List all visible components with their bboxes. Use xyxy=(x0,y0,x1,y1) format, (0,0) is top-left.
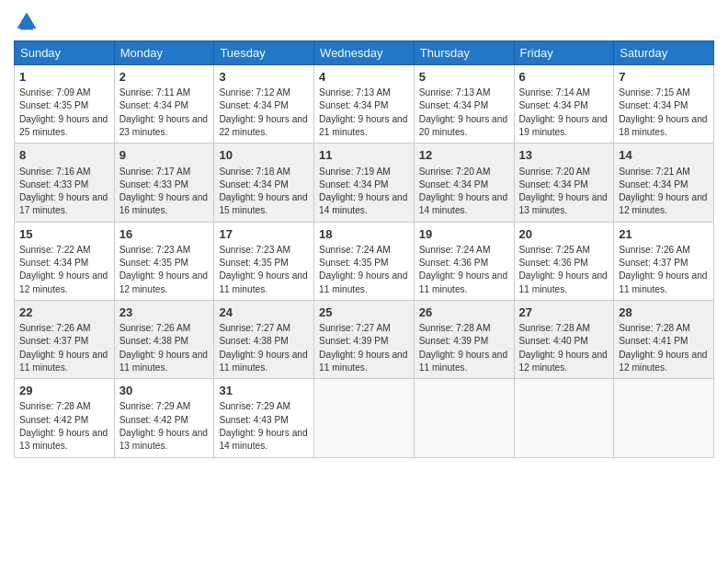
sunrise-label: Sunrise: 7:23 AM xyxy=(119,245,191,255)
empty-cell xyxy=(314,379,415,457)
sunset-label: Sunset: 4:37 PM xyxy=(19,336,88,346)
day-number: 31 xyxy=(219,383,309,399)
sunset-label: Sunset: 4:34 PM xyxy=(619,179,688,190)
sunrise-label: Sunrise: 7:29 AM xyxy=(119,401,191,411)
day-cell-27: 27 Sunrise: 7:28 AM Sunset: 4:40 PM Dayl… xyxy=(514,300,614,378)
col-header-thursday: Thursday xyxy=(414,41,514,65)
sunrise-label: Sunrise: 7:13 AM xyxy=(419,87,491,98)
sunset-label: Sunset: 4:43 PM xyxy=(219,415,288,425)
sunrise-label: Sunrise: 7:25 AM xyxy=(519,245,591,255)
daylight-label: Daylight: 9 hours and 11 minutes. xyxy=(519,270,608,293)
day-cell-17: 17 Sunrise: 7:23 AM Sunset: 4:35 PM Dayl… xyxy=(214,222,314,300)
day-cell-28: 28 Sunrise: 7:28 AM Sunset: 4:41 PM Dayl… xyxy=(614,300,714,378)
day-cell-19: 19 Sunrise: 7:24 AM Sunset: 4:36 PM Dayl… xyxy=(414,222,514,300)
sunrise-label: Sunrise: 7:22 AM xyxy=(19,245,91,255)
sunrise-label: Sunrise: 7:29 AM xyxy=(219,401,290,411)
day-cell-26: 26 Sunrise: 7:28 AM Sunset: 4:39 PM Dayl… xyxy=(414,300,514,378)
daylight-label: Daylight: 9 hours and 12 minutes. xyxy=(619,192,707,215)
svg-rect-1 xyxy=(20,28,33,30)
week-row-3: 15 Sunrise: 7:22 AM Sunset: 4:34 PM Dayl… xyxy=(15,222,714,300)
svg-marker-0 xyxy=(17,13,37,29)
day-cell-15: 15 Sunrise: 7:22 AM Sunset: 4:34 PM Dayl… xyxy=(15,222,115,300)
sunset-label: Sunset: 4:34 PM xyxy=(219,100,288,110)
sunrise-label: Sunrise: 7:11 AM xyxy=(119,87,191,98)
day-number: 28 xyxy=(619,304,709,321)
day-number: 6 xyxy=(519,69,609,86)
col-header-friday: Friday xyxy=(514,41,614,65)
sunset-label: Sunset: 4:34 PM xyxy=(519,100,588,110)
sunrise-label: Sunrise: 7:26 AM xyxy=(619,245,690,255)
daylight-label: Daylight: 9 hours and 13 minutes. xyxy=(519,192,608,215)
sunset-label: Sunset: 4:35 PM xyxy=(319,258,388,268)
sunset-label: Sunset: 4:42 PM xyxy=(19,415,88,425)
sunrise-label: Sunrise: 7:19 AM xyxy=(319,167,391,177)
sunset-label: Sunset: 4:37 PM xyxy=(619,258,688,268)
day-cell-7: 7 Sunrise: 7:15 AM Sunset: 4:34 PM Dayli… xyxy=(614,65,714,144)
sunset-label: Sunset: 4:34 PM xyxy=(219,179,288,190)
sunset-label: Sunset: 4:39 PM xyxy=(419,336,488,346)
sunset-label: Sunset: 4:40 PM xyxy=(519,336,588,346)
daylight-label: Daylight: 9 hours and 14 minutes. xyxy=(319,192,407,215)
daylight-label: Daylight: 9 hours and 16 minutes. xyxy=(119,192,208,215)
sunrise-label: Sunrise: 7:28 AM xyxy=(519,323,591,333)
sunrise-label: Sunrise: 7:28 AM xyxy=(419,323,491,333)
day-number: 4 xyxy=(319,69,409,86)
col-header-sunday: Sunday xyxy=(15,41,115,65)
day-cell-14: 14 Sunrise: 7:21 AM Sunset: 4:34 PM Dayl… xyxy=(614,144,714,222)
day-number: 20 xyxy=(519,226,609,243)
daylight-label: Daylight: 9 hours and 11 minutes. xyxy=(619,270,707,293)
sunrise-label: Sunrise: 7:23 AM xyxy=(219,245,290,255)
day-number: 3 xyxy=(219,69,309,86)
sunset-label: Sunset: 4:34 PM xyxy=(119,100,188,110)
sunset-label: Sunset: 4:35 PM xyxy=(19,100,88,110)
day-cell-1: 1 Sunrise: 7:09 AM Sunset: 4:35 PM Dayli… xyxy=(15,65,115,144)
day-number: 11 xyxy=(319,147,409,164)
sunrise-label: Sunrise: 7:24 AM xyxy=(319,245,391,255)
sunrise-label: Sunrise: 7:09 AM xyxy=(19,87,91,98)
day-number: 2 xyxy=(119,69,210,86)
sunrise-label: Sunrise: 7:26 AM xyxy=(19,323,91,333)
day-number: 21 xyxy=(619,226,709,243)
day-cell-8: 8 Sunrise: 7:16 AM Sunset: 4:33 PM Dayli… xyxy=(15,144,115,222)
day-number: 10 xyxy=(219,147,309,164)
day-cell-5: 5 Sunrise: 7:13 AM Sunset: 4:34 PM Dayli… xyxy=(414,65,514,144)
header-row: SundayMondayTuesdayWednesdayThursdayFrid… xyxy=(15,41,714,65)
col-header-saturday: Saturday xyxy=(614,41,714,65)
sunset-label: Sunset: 4:34 PM xyxy=(319,179,388,190)
day-number: 13 xyxy=(519,147,609,164)
sunset-label: Sunset: 4:38 PM xyxy=(219,336,288,346)
sunset-label: Sunset: 4:36 PM xyxy=(419,258,488,268)
daylight-label: Daylight: 9 hours and 11 minutes. xyxy=(219,350,307,373)
daylight-label: Daylight: 9 hours and 13 minutes. xyxy=(19,428,108,451)
sunset-label: Sunset: 4:34 PM xyxy=(519,179,588,190)
day-number: 17 xyxy=(219,226,309,243)
col-header-wednesday: Wednesday xyxy=(314,41,415,65)
sunset-label: Sunset: 4:36 PM xyxy=(519,258,588,268)
day-number: 24 xyxy=(219,304,309,321)
daylight-label: Daylight: 9 hours and 15 minutes. xyxy=(219,192,307,215)
empty-cell xyxy=(614,379,714,457)
sunrise-label: Sunrise: 7:26 AM xyxy=(119,323,191,333)
daylight-label: Daylight: 9 hours and 13 minutes. xyxy=(119,428,208,451)
sunrise-label: Sunrise: 7:28 AM xyxy=(19,401,91,411)
daylight-label: Daylight: 9 hours and 11 minutes. xyxy=(319,350,407,373)
sunset-label: Sunset: 4:33 PM xyxy=(119,179,188,190)
daylight-label: Daylight: 9 hours and 12 minutes. xyxy=(619,350,707,373)
logo-icon xyxy=(14,9,40,35)
week-row-5: 29 Sunrise: 7:28 AM Sunset: 4:42 PM Dayl… xyxy=(15,379,714,457)
day-number: 29 xyxy=(19,383,109,399)
day-cell-22: 22 Sunrise: 7:26 AM Sunset: 4:37 PM Dayl… xyxy=(15,300,115,378)
sunrise-label: Sunrise: 7:16 AM xyxy=(19,167,91,177)
daylight-label: Daylight: 9 hours and 14 minutes. xyxy=(219,428,307,451)
sunset-label: Sunset: 4:34 PM xyxy=(419,100,488,110)
daylight-label: Daylight: 9 hours and 11 minutes. xyxy=(419,350,507,373)
sunrise-label: Sunrise: 7:28 AM xyxy=(619,323,690,333)
daylight-label: Daylight: 9 hours and 12 minutes. xyxy=(519,350,608,373)
logo xyxy=(14,9,43,35)
day-cell-12: 12 Sunrise: 7:20 AM Sunset: 4:34 PM Dayl… xyxy=(414,144,514,222)
sunset-label: Sunset: 4:42 PM xyxy=(119,415,188,425)
sunrise-label: Sunrise: 7:27 AM xyxy=(319,323,391,333)
sunset-label: Sunset: 4:34 PM xyxy=(19,258,88,268)
sunrise-label: Sunrise: 7:27 AM xyxy=(219,323,290,333)
sunset-label: Sunset: 4:33 PM xyxy=(19,179,88,190)
